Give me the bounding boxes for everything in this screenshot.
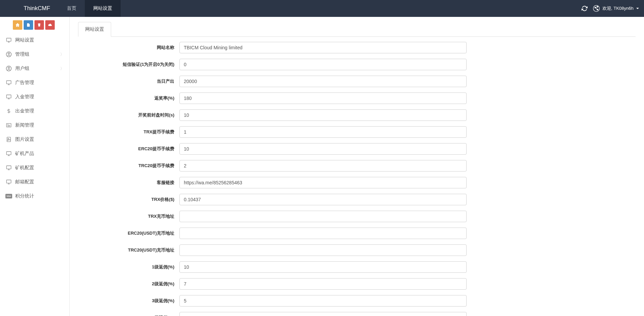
refresh-icon[interactable] [581,5,588,12]
form-input-4[interactable] [179,109,467,121]
display-icon [5,165,13,171]
form-label: 开奖前封盘时间(s) [78,112,179,118]
sidebar-label: 邮箱配置 [15,179,64,185]
brand: ThinkCMF [0,5,58,12]
form-input-14[interactable] [179,278,467,290]
svg-point-25 [8,138,9,139]
svg-rect-13 [6,81,11,84]
form-row-6: ERC20提币手续费 [78,143,636,155]
nav-item-1[interactable]: 网站设置 [85,0,121,17]
form-input-16[interactable] [179,312,467,316]
sidebar-item-9[interactable]: 矿机配置 [0,161,69,175]
display-icon [5,37,13,43]
sidebar-label: 图片设置 [15,136,64,142]
sidebar-label: 矿机产品 [15,151,64,157]
sidebar-item-7[interactable]: 图片设置 [0,132,69,147]
user-icon [5,65,13,72]
form-label: ERC20(USDT)充币地址 [78,230,179,236]
svg-rect-16 [6,95,11,98]
nav-item-0[interactable]: 首页 [58,0,85,17]
sidebar-item-3[interactable]: 广告管理 [0,76,69,90]
form-row-8: 客服链接 [78,177,636,188]
form-label: TRC20提币手续费 [78,163,179,169]
display-icon [5,94,13,100]
tab-0[interactable]: 网站设置 [78,22,111,37]
svg-point-10 [8,53,10,55]
form-label: 网站名称 [78,45,179,51]
form-input-6[interactable] [179,143,467,155]
form-label: TRC20(USDT)充币地址 [78,247,179,253]
user-icon [5,51,13,57]
sidebar-item-1[interactable]: 管理组〉 [0,47,69,61]
sidebar-item-2[interactable]: 用户组〉 [0,61,69,76]
sidebar-item-11[interactable]: VISA积分统计 [0,189,69,203]
dollar-icon [5,108,13,114]
sidebar-item-10[interactable]: 邮箱配置 [0,175,69,189]
svg-line-4 [596,7,597,7]
share-icon [593,5,600,12]
form-input-1[interactable] [179,59,467,70]
chevron-right-icon: 〉 [60,66,64,72]
form-label: ERC20提币手续费 [78,146,179,152]
sidebar-label: 广告管理 [15,80,64,86]
form-input-0[interactable] [179,42,467,53]
sidebar-item-0[interactable]: 网站设置 [0,33,69,47]
home-icon[interactable] [13,20,22,30]
sidebar-label: 出金管理 [15,108,64,114]
form-row-14: 2级返佣(%) [78,278,636,290]
svg-point-1 [595,7,596,8]
trash-icon[interactable] [34,20,44,30]
form-row-4: 开奖前封盘时间(s) [78,109,636,121]
form-input-5[interactable] [179,126,467,138]
sidebar: 网站设置管理组〉用户组〉广告管理入金管理出金管理新闻管理图片设置矿机产品矿机配置… [0,17,70,316]
display-icon [5,151,13,157]
form-row-11: ERC20(USDT)充币地址 [78,228,636,239]
form-row-10: TRX充币地址 [78,211,636,222]
form-label: 2级返佣(%) [78,281,179,287]
display-icon [5,80,13,86]
top-nav: ThinkCMF 首页网站设置 欢迎, TK08yn6h [0,0,644,17]
form-label: 3级返佣(%) [78,298,179,304]
sidebar-label: 网站设置 [15,37,64,43]
form-input-10[interactable] [179,211,467,222]
cloud-icon[interactable] [45,20,55,30]
sidebar-label: 用户组 [15,65,60,72]
form-label: 4级返佣(%) [78,315,179,316]
user-dropdown[interactable]: 欢迎, TK08yn6h [593,5,639,12]
form-input-2[interactable] [179,76,467,87]
caret-down-icon [636,8,639,9]
sidebar-item-4[interactable]: 入金管理 [0,90,69,104]
form-label: TRX价格($) [78,196,179,203]
form-input-11[interactable] [179,228,467,239]
svg-rect-6 [6,38,11,41]
form-label: 当日产出 [78,78,179,84]
sidebar-item-8[interactable]: 矿机产品 [0,147,69,161]
main-content: 网站设置 网站名称短信验证(1为开启0为关闭)当日产出返奖率(%)开奖前封盘时间… [70,17,644,316]
file-icon[interactable] [24,20,33,30]
form-input-12[interactable] [179,244,467,256]
svg-point-12 [8,67,10,69]
svg-rect-26 [6,152,11,155]
svg-point-2 [597,6,598,7]
svg-text:VISA: VISA [6,195,11,198]
sidebar-label: 管理组 [15,51,60,57]
form-label: 1级返佣(%) [78,264,179,270]
form-input-8[interactable] [179,177,467,188]
svg-point-3 [597,9,598,10]
form-input-3[interactable] [179,93,467,104]
form-row-2: 当日产出 [78,76,636,87]
form-input-9[interactable] [179,194,467,205]
form-row-9: TRX价格($) [78,194,636,205]
form-label: TRX提币手续费 [78,129,179,135]
form-input-13[interactable] [179,261,467,273]
welcome-text: 欢迎, TK08yn6h [602,5,634,11]
form-row-13: 1级返佣(%) [78,261,636,273]
sidebar-item-5[interactable]: 出金管理 [0,104,69,118]
form-label: 短信验证(1为开启0为关闭) [78,61,179,68]
svg-rect-24 [7,137,11,141]
form-input-7[interactable] [179,160,467,172]
sidebar-label: 入金管理 [15,94,64,100]
form-input-15[interactable] [179,295,467,307]
sidebar-label: 矿机配置 [15,165,64,171]
sidebar-item-6[interactable]: 新闻管理 [0,118,69,132]
